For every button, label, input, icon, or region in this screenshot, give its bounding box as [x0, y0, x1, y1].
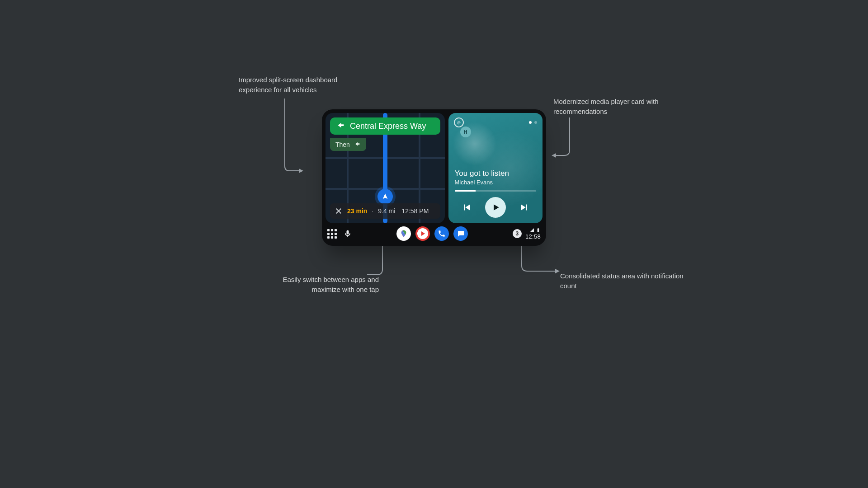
next-step-chip[interactable]: Then — [330, 138, 366, 151]
pager-dot — [534, 121, 537, 124]
battery-icon — [536, 228, 541, 233]
annotation-top-right: Modernized media player card with recomm… — [553, 97, 680, 117]
voice-assistant-button[interactable] — [343, 229, 352, 238]
direction-banner[interactable]: Central Express Way — [330, 117, 440, 135]
eta-bar[interactable]: 23 min · 9.4 mi 12:58 PM — [330, 203, 440, 219]
play-button[interactable] — [485, 197, 506, 218]
close-icon[interactable] — [335, 207, 343, 215]
annotation-top-left: Improved split-screen dashboard experien… — [239, 75, 365, 95]
annotation-bottom-right: Consolidated status area with notificati… — [560, 271, 687, 291]
app-launcher-button[interactable] — [327, 229, 337, 239]
turn-left-icon — [354, 141, 361, 148]
album-avatar: H — [460, 127, 471, 137]
app-dock — [352, 226, 513, 241]
navigation-card[interactable]: Central Express Way Then 23 min · 9.4 mi… — [326, 113, 445, 223]
status-icons — [529, 228, 541, 233]
card-pager[interactable] — [529, 121, 537, 124]
media-source-badge: ◎ — [454, 117, 464, 127]
dock-app-maps[interactable] — [396, 226, 411, 241]
system-bar: 3 12:58 — [327, 225, 541, 242]
direction-road-name: Central Express Way — [350, 122, 426, 131]
annotation-bottom-left: Easily switch between apps and maximize … — [252, 275, 379, 295]
eta-arrival: 12:58 PM — [401, 207, 429, 215]
dock-app-phone[interactable] — [434, 226, 449, 241]
media-controls — [455, 197, 536, 218]
current-location-puck — [377, 189, 393, 204]
pointer-arrow-top-left — [283, 99, 310, 175]
skip-previous-icon[interactable] — [462, 202, 472, 212]
dock-app-youtube-music[interactable] — [415, 226, 430, 241]
turn-left-icon — [335, 121, 345, 131]
svg-marker-0 — [299, 169, 303, 173]
eta-distance: 9.4 mi — [378, 207, 395, 215]
dock-app-messages[interactable] — [453, 226, 468, 241]
playback-progress[interactable] — [455, 190, 536, 192]
pointer-arrow-top-right — [551, 117, 573, 163]
play-icon — [491, 203, 500, 212]
eta-duration: 23 min — [347, 207, 367, 215]
pager-dot-active — [529, 121, 532, 124]
svg-marker-1 — [552, 153, 556, 158]
cellular-signal-icon — [529, 228, 534, 233]
skip-next-icon[interactable] — [519, 202, 529, 212]
pointer-arrow-bottom-right — [517, 244, 562, 280]
next-step-label: Then — [335, 141, 350, 148]
notification-count-badge[interactable]: 3 — [513, 229, 522, 238]
svg-marker-3 — [555, 269, 560, 273]
track-artist: Michael Evans — [455, 179, 536, 186]
track-title: You got to listen — [455, 169, 536, 178]
status-clock: 12:58 — [525, 234, 541, 239]
car-display-device: Central Express Way Then 23 min · 9.4 mi… — [322, 109, 546, 246]
media-card[interactable]: ◎ H You got to listen Michael Evans — [448, 113, 542, 223]
